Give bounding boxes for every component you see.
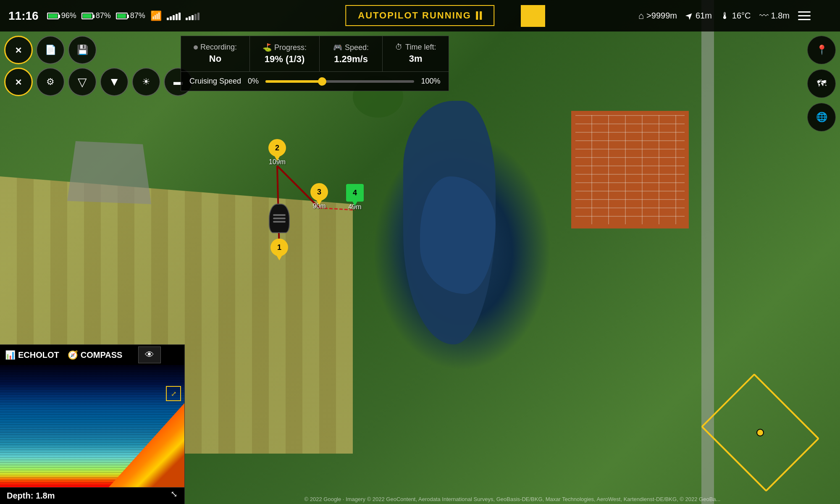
waypoint-2-marker: 2 bbox=[268, 139, 286, 157]
recording-cell: Recording: No bbox=[181, 36, 250, 71]
panel-row-2: × ⚙ ▽ ▼ ☀ ▬ bbox=[4, 68, 192, 96]
close-button-2[interactable]: × bbox=[4, 68, 33, 96]
menu-button[interactable] bbox=[798, 8, 815, 24]
echolot-header: 📊 ECHOLOT 🧭 COMPASS 👁 bbox=[0, 345, 184, 365]
copyright-text: © 2022 Google · Imagery © 2022 GeoConten… bbox=[185, 496, 840, 502]
speed-max-label: 100% bbox=[421, 77, 440, 86]
waypoint-4-marker: 4 bbox=[346, 184, 364, 202]
sun-button[interactable]: ☀ bbox=[132, 68, 160, 96]
progress-label: ⛳ Progress: bbox=[262, 43, 307, 52]
boat-stripe-1 bbox=[273, 214, 286, 216]
info-panel: Recording: No ⛳ Progress: 19% (1/3) 🎮 Sp… bbox=[181, 36, 449, 91]
battery-1-icon bbox=[47, 13, 59, 19]
expand-icon: ⤢ bbox=[171, 390, 176, 398]
right-panel: 📍 🗺 🌐 bbox=[807, 36, 836, 131]
camera-icon: 👁 bbox=[145, 349, 154, 360]
battery-3-icon bbox=[116, 13, 128, 19]
battery-2-group: 87% bbox=[81, 11, 111, 20]
temperature: 🌡 16°C bbox=[720, 10, 751, 21]
wifi-icon: 📶 bbox=[150, 10, 162, 21]
signal-2-bars bbox=[186, 12, 200, 20]
waypoint-3-marker: 3 bbox=[310, 183, 328, 201]
battery-2-icon bbox=[81, 13, 93, 19]
timeleft-icon: ⏱ bbox=[395, 43, 403, 52]
settings-button[interactable]: ⚙ bbox=[36, 68, 65, 96]
battery-1-pct: 96% bbox=[61, 11, 76, 20]
home-dist-value: >9999m bbox=[646, 11, 677, 21]
home-icon: ⌂ bbox=[638, 10, 644, 21]
autopilot-label: AUTOPILOT RUNNING bbox=[358, 10, 471, 21]
signal-icon: 〰 bbox=[759, 10, 769, 21]
home-distance: ⌂ >9999m bbox=[638, 10, 677, 21]
speed-label: 🎮 Speed: bbox=[332, 43, 370, 52]
speed-icon: 🎮 bbox=[333, 43, 342, 52]
echolot-footer: Depth: 1.8m bbox=[0, 487, 184, 504]
waypoint-2[interactable]: 2 109m bbox=[268, 139, 286, 166]
nav-distance: ➤ 61m bbox=[685, 10, 712, 21]
nav-icon: ➤ bbox=[682, 9, 696, 22]
compass-title: 🧭 COMPASS bbox=[68, 350, 123, 360]
speed-cell: 🎮 Speed: 1.29m/s bbox=[320, 36, 383, 71]
speed-slider-fill bbox=[265, 80, 322, 83]
echolot-display: ⤢ bbox=[0, 365, 184, 487]
echolot-panel: 📊 ECHOLOT 🧭 COMPASS 👁 ⤢ Depth: 1.8m bbox=[0, 344, 185, 504]
speed-value: 1.29m/s bbox=[332, 54, 370, 65]
target-button-1[interactable]: ▽ bbox=[68, 68, 97, 96]
pause-icon bbox=[476, 11, 482, 20]
location-button[interactable]: 📍 bbox=[807, 36, 836, 64]
waypoint-3[interactable]: 3 90m bbox=[310, 183, 328, 210]
wifi-group: 📶 bbox=[150, 10, 162, 21]
timeleft-label: ⏱ Time left: bbox=[395, 43, 436, 52]
signal-strength: 〰 1.8m bbox=[759, 10, 790, 21]
panel-row-1: × 📄 💾 bbox=[4, 36, 192, 64]
battery-2-pct: 87% bbox=[96, 11, 111, 20]
speed-slider-thumb[interactable] bbox=[318, 77, 326, 86]
map-type-button[interactable]: 🗺 bbox=[807, 69, 836, 98]
temp-icon: 🌡 bbox=[720, 10, 730, 21]
close-icon-1: × bbox=[15, 44, 21, 57]
close-icon-2: × bbox=[15, 76, 21, 89]
depth-label: Depth: 1.8m bbox=[7, 491, 55, 501]
cruising-speed-label: Cruising Speed bbox=[189, 77, 241, 86]
triangle-up-icon bbox=[527, 11, 539, 21]
target-icon-1: ▽ bbox=[78, 75, 87, 89]
status-time: 11:16 bbox=[8, 9, 39, 23]
boat-stripe-3 bbox=[273, 221, 286, 223]
save-button[interactable]: 💾 bbox=[68, 36, 97, 64]
camera-button[interactable]: 👁 bbox=[138, 346, 161, 363]
globe-icon: 🌐 bbox=[816, 112, 827, 123]
autopilot-triangle-button[interactable] bbox=[521, 5, 545, 27]
speed-slider-track[interactable] bbox=[265, 80, 414, 83]
compress-button[interactable]: ⤡ bbox=[166, 486, 181, 501]
globe-button[interactable]: 🌐 bbox=[807, 103, 836, 131]
recording-dot-icon bbox=[194, 45, 198, 50]
battery-3-pct: 87% bbox=[130, 11, 145, 20]
compass-icon: 🧭 bbox=[68, 350, 78, 360]
boat-marker bbox=[269, 204, 290, 233]
target-button-2[interactable]: ▼ bbox=[100, 68, 129, 96]
target-icon-2: ▼ bbox=[108, 75, 120, 89]
expand-button[interactable]: ⤢ bbox=[166, 386, 181, 401]
speed-pct-label: 0% bbox=[248, 77, 259, 86]
sun-icon: ☀ bbox=[142, 76, 150, 87]
settings-icon: ⚙ bbox=[46, 76, 55, 87]
document-button[interactable]: 📄 bbox=[36, 36, 65, 64]
boat-body bbox=[269, 204, 290, 233]
waypoint-4[interactable]: 4 49m bbox=[346, 184, 364, 211]
nav-dist-value: 61m bbox=[696, 11, 712, 21]
info-bottom-row: Cruising Speed 0% 100% bbox=[181, 72, 449, 91]
document-icon: 📄 bbox=[45, 45, 56, 55]
close-button-1[interactable]: × bbox=[4, 36, 33, 64]
progress-cell: ⛳ Progress: 19% (1/3) bbox=[250, 36, 320, 71]
location-icon: 📍 bbox=[816, 45, 827, 55]
autopilot-button[interactable]: AUTOPILOT RUNNING bbox=[345, 5, 494, 26]
info-top-row: Recording: No ⛳ Progress: 19% (1/3) 🎮 Sp… bbox=[181, 36, 449, 72]
mini-map[interactable] bbox=[714, 395, 806, 470]
battery-3-group: 87% bbox=[116, 11, 145, 20]
echolot-chart-icon: 📊 bbox=[5, 350, 16, 360]
waypoint-1[interactable]: 1 bbox=[270, 239, 288, 256]
timeleft-cell: ⏱ Time left: 3m bbox=[383, 36, 449, 71]
temp-value: 16°C bbox=[732, 11, 751, 21]
battery-1-group: 96% bbox=[47, 11, 76, 20]
save-icon: 💾 bbox=[77, 45, 88, 55]
